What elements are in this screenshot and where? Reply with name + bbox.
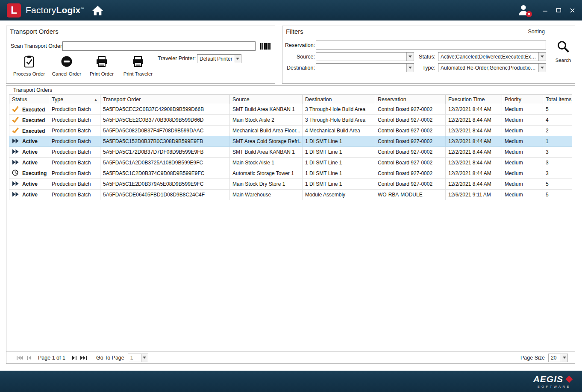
pager-first-button[interactable]: [15, 354, 24, 362]
cell-total-items[interactable]: 5: [543, 190, 572, 200]
cell-priority[interactable]: Medium: [502, 104, 543, 115]
table-row[interactable]: ActiveProduction Batch5A5FDA5C1E2D0B379A…: [9, 179, 572, 190]
print-order-button[interactable]: Print Order: [88, 54, 116, 77]
cell-status[interactable]: Active: [9, 158, 49, 168]
table-row[interactable]: ExecutedProduction Batch5A5FDA5CEC2C0B37…: [9, 104, 572, 115]
cell-execution-time[interactable]: 12/2/2021 8:44 AM: [446, 115, 502, 126]
user-account-icon[interactable]: [518, 4, 530, 16]
status-select[interactable]: Active;Canceled;Delivered;Executed;Exec.…: [438, 52, 546, 61]
cell-destination[interactable]: 1 DI SMT Line 1: [303, 147, 375, 158]
cell-destination[interactable]: 1 DI SMT Line 1: [303, 158, 375, 168]
pager-next-button[interactable]: [70, 354, 79, 362]
cell-total-items[interactable]: 3: [543, 168, 572, 179]
cell-execution-time[interactable]: 12/6/2021 9:11 AM: [446, 190, 502, 200]
pager-prev-button[interactable]: [24, 354, 34, 362]
cell-reservation[interactable]: Control Board 927-0002: [375, 126, 446, 136]
cell-destination[interactable]: 1 DI SMT Line 1: [303, 168, 375, 179]
table-row[interactable]: ExecutedProduction Batch5A5FDA5C082D0B37…: [9, 126, 572, 136]
cell-execution-time[interactable]: 12/2/2021 8:44 AM: [446, 147, 502, 158]
scan-transport-order-input[interactable]: [62, 41, 256, 51]
cell-type[interactable]: Production Batch: [49, 168, 100, 179]
cell-type[interactable]: Production Batch: [49, 158, 100, 168]
column-header-reservation[interactable]: Reservation: [375, 95, 446, 104]
pager-last-button[interactable]: [79, 354, 88, 362]
cell-priority[interactable]: Medium: [502, 115, 543, 126]
cell-status[interactable]: Active: [9, 147, 49, 158]
process-order-button[interactable]: Process Order: [12, 54, 46, 77]
cell-reservation[interactable]: Control Board 927-0002: [375, 168, 446, 179]
cell-priority[interactable]: Medium: [502, 136, 543, 147]
cell-type[interactable]: Production Batch: [49, 179, 100, 190]
cell-total-items[interactable]: 2: [543, 126, 572, 136]
column-header-execution-time[interactable]: Execution Time: [446, 95, 502, 104]
cell-reservation[interactable]: Control Board 927-0002: [375, 158, 446, 168]
cell-status[interactable]: Executed: [9, 126, 49, 136]
cell-destination[interactable]: 3 Through-Hole Build Area: [303, 115, 375, 126]
table-row[interactable]: ExecutingProduction Batch5A5FDA5C1C2D0B3…: [9, 168, 572, 179]
cell-reservation[interactable]: WO-RBA-MODULE: [375, 190, 446, 200]
cell-source[interactable]: Automatic Storage Tower 1: [230, 168, 303, 179]
cell-destination[interactable]: 4 Mechanical Build Area: [303, 126, 375, 136]
cell-priority[interactable]: Medium: [502, 126, 543, 136]
cell-total-items[interactable]: 5: [543, 179, 572, 190]
cell-source[interactable]: Mechanical Build Area Floor...: [230, 126, 303, 136]
cell-status[interactable]: Executed: [9, 104, 49, 115]
column-header-transport-order[interactable]: Transport Order: [100, 95, 230, 104]
cell-status[interactable]: Active: [9, 190, 49, 200]
column-header-destination[interactable]: Destination: [303, 95, 375, 104]
column-header-status[interactable]: Status: [9, 95, 49, 104]
cell-source[interactable]: Main Stock Dry Store 1: [230, 179, 303, 190]
cell-type[interactable]: Production Batch: [49, 190, 100, 200]
cell-execution-time[interactable]: 12/2/2021 8:44 AM: [446, 136, 502, 147]
cell-transport-order[interactable]: 5A5FDA5C1C2D0B374C9D08D9B599E9FC: [100, 168, 230, 179]
cell-priority[interactable]: Medium: [502, 168, 543, 179]
sorting-link[interactable]: Sorting: [528, 29, 545, 35]
cell-type[interactable]: Production Batch: [49, 147, 100, 158]
cell-type[interactable]: Production Batch: [49, 104, 100, 115]
cell-transport-order[interactable]: 5A5FDA5C1A2D0B3725A108D9B599E9FC: [100, 158, 230, 168]
column-header-source[interactable]: Source: [230, 95, 303, 104]
search-button[interactable]: Search: [551, 40, 576, 63]
cell-priority[interactable]: Medium: [502, 147, 543, 158]
cell-status[interactable]: Active: [9, 179, 49, 190]
cell-destination[interactable]: 3 Through-Hole Build Area: [303, 104, 375, 115]
cell-source[interactable]: Main Warehouse: [230, 190, 303, 200]
reservation-input[interactable]: [316, 41, 546, 50]
cell-transport-order[interactable]: 5A5FDA5CDE06405FBD1D08D9B8C24C4F: [100, 190, 230, 200]
cell-execution-time[interactable]: 12/2/2021 8:44 AM: [446, 179, 502, 190]
cell-execution-time[interactable]: 12/2/2021 8:44 AM: [446, 158, 502, 168]
cell-reservation[interactable]: Control Board 927-0002: [375, 115, 446, 126]
cell-priority[interactable]: Medium: [502, 158, 543, 168]
cell-total-items[interactable]: 3: [543, 147, 572, 158]
cell-destination[interactable]: 1 DI SMT Line 1: [303, 136, 375, 147]
table-row[interactable]: ExecutedProduction Batch5A5FDA5CEE2C0B37…: [9, 115, 572, 126]
table-row[interactable]: ActiveProduction Batch5A5FDA5C172D0B37D7…: [9, 147, 572, 158]
cell-status[interactable]: Executing: [9, 168, 49, 179]
cell-transport-order[interactable]: 5A5FDA5C1E2D0B379A5E08D9B599E9FC: [100, 179, 230, 190]
cell-destination[interactable]: Module Assembly: [303, 190, 375, 200]
traveler-printer-select[interactable]: Default Printer: [197, 54, 241, 63]
cell-transport-order[interactable]: 5A5FDA5C152D0B37B0C308D9B599E9FB: [100, 136, 230, 147]
column-header-priority[interactable]: Priority: [502, 95, 543, 104]
cell-transport-order[interactable]: 5A5FDA5CEC2C0B37C42908D9B599D66B: [100, 104, 230, 115]
cell-type[interactable]: Production Batch: [49, 136, 100, 147]
cell-type[interactable]: Production Batch: [49, 126, 100, 136]
table-row[interactable]: ActiveProduction Batch5A5FDA5CDE06405FBD…: [9, 190, 572, 200]
table-row[interactable]: ActiveProduction Batch5A5FDA5C1A2D0B3725…: [9, 158, 572, 168]
cell-priority[interactable]: Medium: [502, 190, 543, 200]
cell-reservation[interactable]: Control Board 927-0002: [375, 147, 446, 158]
cell-transport-order[interactable]: 5A5FDA5C172D0B37D7DF08D9B599E9FB: [100, 147, 230, 158]
barcode-icon[interactable]: [260, 43, 270, 51]
cell-priority[interactable]: Medium: [502, 179, 543, 190]
cell-execution-time[interactable]: 12/2/2021 8:44 AM: [446, 126, 502, 136]
cell-execution-time[interactable]: 12/2/2021 8:44 AM: [446, 104, 502, 115]
cell-source[interactable]: Main Stock Aisle 2: [230, 115, 303, 126]
source-select[interactable]: [316, 52, 414, 61]
cell-reservation[interactable]: Control Board 927-0002: [375, 104, 446, 115]
cell-execution-time[interactable]: 12/2/2021 8:44 AM: [446, 168, 502, 179]
cell-source[interactable]: SMT Area Cold Storage Refri...: [230, 136, 303, 147]
column-header-type[interactable]: Type▲: [49, 95, 100, 104]
cell-type[interactable]: Production Batch: [49, 115, 100, 126]
type-select[interactable]: Automated Re-Order;Generic;Production...: [438, 63, 546, 72]
maximize-icon[interactable]: [556, 7, 561, 13]
